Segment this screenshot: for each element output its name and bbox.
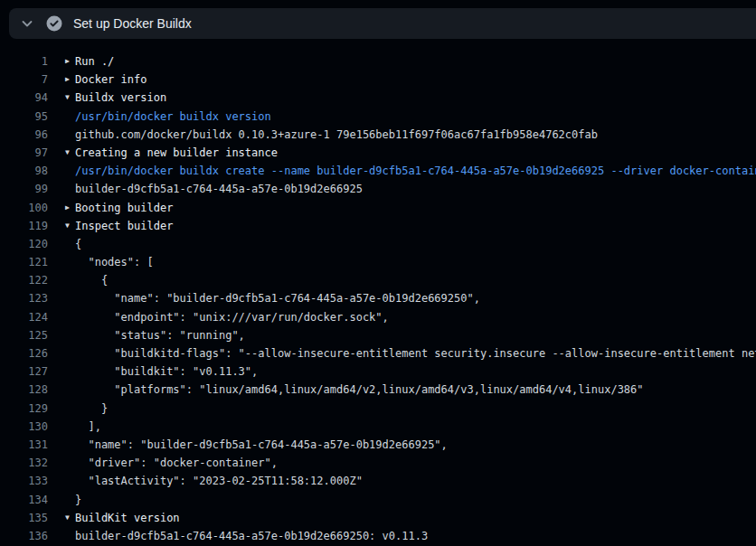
log-text: Run ./ — [75, 52, 114, 71]
step-header[interactable]: Set up Docker Buildx — [9, 8, 756, 39]
line-number[interactable]: 126 — [0, 344, 48, 362]
log-text: { — [75, 235, 81, 253]
log-text: /usr/bin/docker buildx create --name bui… — [75, 162, 756, 180]
arrow-spacer — [60, 362, 75, 381]
triangle-right-icon[interactable]: ▶ — [60, 71, 75, 89]
line-number[interactable]: 122 — [0, 271, 48, 289]
line-number[interactable]: 129 — [0, 400, 48, 418]
line-number[interactable]: 98 — [0, 162, 48, 180]
log-line: 96 github.com/docker/buildx 0.10.3+azure… — [0, 126, 756, 144]
line-number[interactable]: 1 — [0, 52, 48, 71]
line-number[interactable]: 128 — [0, 381, 48, 399]
log-group-line[interactable]: 100 ▶ Booting builder — [0, 199, 756, 217]
log-line: 95 /usr/bin/docker buildx version — [0, 108, 756, 126]
line-number[interactable]: 133 — [0, 472, 48, 490]
log-text: "endpoint": "unix:///var/run/docker.sock… — [75, 308, 389, 326]
log-text: } — [75, 400, 108, 418]
arrow-spacer — [60, 472, 75, 490]
log-text: BuildKit version — [75, 509, 180, 527]
log-line: 136 builder-d9cfb5a1-c764-445a-a57e-0b19… — [0, 527, 756, 545]
log-text: /usr/bin/docker buildx version — [75, 108, 271, 126]
triangle-down-icon[interactable]: ▼ — [60, 217, 75, 235]
line-number[interactable]: 136 — [0, 527, 48, 545]
arrow-spacer — [60, 527, 75, 545]
line-number[interactable]: 7 — [0, 71, 48, 89]
arrow-spacer — [60, 289, 75, 307]
log-text: Creating a new builder instance — [75, 144, 278, 162]
line-number[interactable]: 135 — [0, 509, 48, 527]
log-group-line[interactable]: 119 ▼ Inspect builder — [0, 217, 756, 235]
log-line: 126 "buildkitd-flags": "--allow-insecure… — [0, 344, 756, 362]
log-line: 134 } — [0, 491, 756, 509]
log-text: "buildkit": "v0.11.3", — [75, 362, 258, 381]
log-text: "lastActivity": "2023-02-25T11:58:12.000… — [75, 472, 363, 490]
line-number[interactable]: 134 — [0, 491, 48, 509]
arrow-spacer — [60, 381, 75, 399]
line-number[interactable]: 100 — [0, 199, 48, 217]
arrow-spacer — [60, 491, 75, 509]
arrow-spacer — [60, 326, 75, 344]
log-text: "name": "builder-d9cfb5a1-c764-445a-a57e… — [75, 436, 448, 454]
line-number[interactable]: 120 — [0, 235, 48, 253]
log-text: Booting builder — [75, 199, 173, 217]
chevron-down-icon[interactable] — [20, 16, 34, 31]
log-text: Inspect builder — [75, 217, 173, 235]
arrow-spacer — [60, 454, 75, 472]
log-text: "status": "running", — [75, 326, 245, 344]
log-group-line[interactable]: 97 ▼ Creating a new builder instance — [0, 144, 756, 162]
line-number[interactable]: 119 — [0, 217, 48, 235]
line-number[interactable]: 96 — [0, 126, 48, 144]
arrow-spacer — [60, 108, 75, 126]
line-number[interactable]: 131 — [0, 436, 48, 454]
log-text: Buildx version — [75, 89, 166, 107]
arrow-spacer — [60, 308, 75, 326]
log-group-line[interactable]: 1 ▶ Run ./ — [0, 52, 756, 71]
log-line: 122 { — [0, 271, 756, 289]
triangle-down-icon[interactable]: ▼ — [60, 509, 75, 527]
arrow-spacer — [60, 271, 75, 289]
log-line: 127 "buildkit": "v0.11.3", — [0, 362, 756, 381]
log-line: 129 } — [0, 400, 756, 418]
log-line: 98 /usr/bin/docker buildx create --name … — [0, 162, 756, 180]
log-group-line[interactable]: 135 ▼ BuildKit version — [0, 509, 756, 527]
log-text: Docker info — [75, 71, 146, 89]
line-number[interactable]: 121 — [0, 253, 48, 271]
line-number[interactable]: 97 — [0, 144, 48, 162]
log-group-line[interactable]: 94 ▼ Buildx version — [0, 89, 756, 107]
log-text: github.com/docker/buildx 0.10.3+azure-1 … — [75, 126, 598, 144]
arrow-spacer — [60, 235, 75, 253]
step-title: Set up Docker Buildx — [73, 16, 192, 31]
triangle-down-icon[interactable]: ▼ — [60, 144, 75, 162]
line-number[interactable]: 125 — [0, 326, 48, 344]
line-number[interactable]: 99 — [0, 180, 48, 198]
arrow-spacer — [60, 162, 75, 180]
line-number[interactable]: 94 — [0, 89, 48, 107]
log-text: "name": "builder-d9cfb5a1-c764-445a-a57e… — [75, 289, 480, 307]
line-number[interactable]: 124 — [0, 308, 48, 326]
arrow-spacer — [60, 400, 75, 418]
triangle-right-icon[interactable]: ▶ — [60, 199, 75, 217]
arrow-spacer — [60, 418, 75, 436]
log-text: "driver": "docker-container", — [75, 454, 278, 472]
line-number[interactable]: 130 — [0, 418, 48, 436]
line-number[interactable]: 95 — [0, 108, 48, 126]
log-text: builder-d9cfb5a1-c764-445a-a57e-0b19d2e6… — [75, 180, 363, 198]
check-circle-icon — [46, 15, 62, 32]
log-text: "buildkitd-flags": "--allow-insecure-ent… — [75, 344, 756, 362]
log-text: { — [75, 271, 108, 289]
log-line: 128 "platforms": "linux/amd64,linux/amd6… — [0, 381, 756, 399]
triangle-right-icon[interactable]: ▶ — [60, 52, 75, 71]
line-number[interactable]: 127 — [0, 362, 48, 381]
log-line: 123 "name": "builder-d9cfb5a1-c764-445a-… — [0, 289, 756, 307]
arrow-spacer — [60, 126, 75, 144]
log-text: builder-d9cfb5a1-c764-445a-a57e-0b19d2e6… — [75, 527, 428, 545]
line-number[interactable]: 132 — [0, 454, 48, 472]
log-line: 131 "name": "builder-d9cfb5a1-c764-445a-… — [0, 436, 756, 454]
log-group-line[interactable]: 7 ▶ Docker info — [0, 71, 756, 89]
arrow-spacer — [60, 436, 75, 454]
log-text: } — [75, 491, 81, 509]
log-line: 99 builder-d9cfb5a1-c764-445a-a57e-0b19d… — [0, 180, 756, 198]
line-number[interactable]: 123 — [0, 289, 48, 307]
log-line: 121 "nodes": [ — [0, 253, 756, 271]
triangle-down-icon[interactable]: ▼ — [60, 89, 75, 107]
